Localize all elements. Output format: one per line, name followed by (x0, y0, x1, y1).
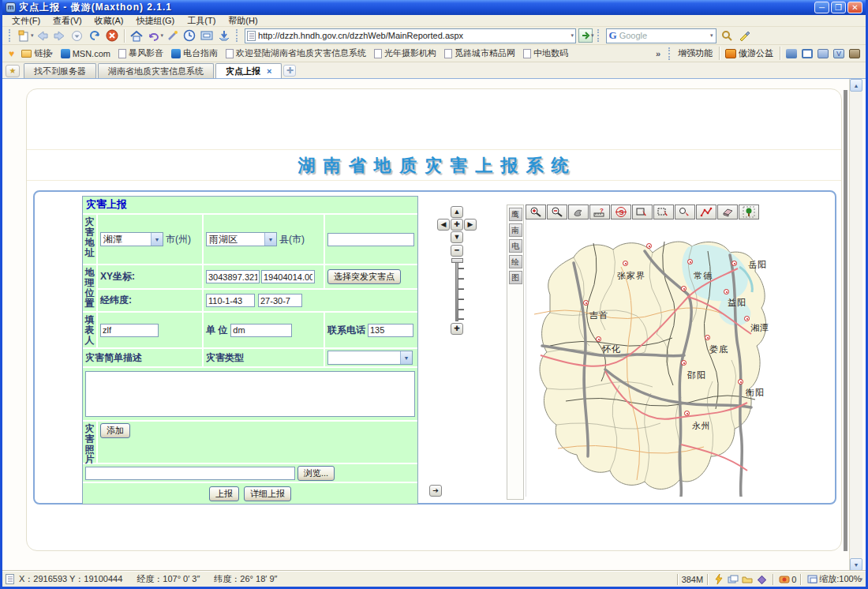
inner-frame-scrollbar[interactable] (844, 90, 847, 551)
menu-item[interactable]: 帮助(H) (225, 15, 267, 27)
new-tab-plus-icon[interactable]: ✚ (283, 65, 296, 77)
highlight-icon[interactable] (737, 28, 753, 43)
maximize-button[interactable]: ❐ (831, 2, 846, 13)
new-tab-caret-icon[interactable]: ▾ (31, 32, 34, 39)
zoom-caret-icon[interactable]: ▾ (859, 576, 862, 583)
pan-right-button[interactable]: ▶ (464, 219, 477, 231)
snap-camera-icon[interactable] (779, 575, 790, 584)
undo-caret-icon[interactable]: ▾ (161, 32, 164, 39)
menu-item[interactable]: 查看(V) (50, 15, 92, 27)
charity-heart-icon[interactable] (725, 49, 736, 58)
bookmark-item[interactable]: 电台指南 (171, 47, 218, 59)
menu-item[interactable]: 快捷组(G) (133, 15, 184, 27)
layers-icon[interactable]: 图 (509, 271, 522, 284)
pan-left-button[interactable]: ◀ (437, 219, 450, 231)
bookmark-item[interactable]: 光年摄影机构 (374, 47, 436, 59)
pan-center-button[interactable]: ✚ (451, 219, 463, 231)
overview-map-icon[interactable]: 鹰 (509, 208, 522, 221)
description-textarea[interactable] (85, 371, 415, 417)
resize-window-icon[interactable] (806, 575, 817, 584)
south-compass-icon[interactable]: 南 (509, 223, 522, 237)
menu-item[interactable]: 收藏(A) (92, 15, 133, 27)
menu-item[interactable]: 文件(F) (9, 15, 50, 27)
search-box[interactable]: G Google ▾ (606, 28, 716, 43)
pick-disaster-point-button[interactable]: 选择突发灾害点 (327, 269, 401, 284)
chevron-down-icon[interactable] (151, 233, 163, 246)
pan-up-button[interactable]: ▲ (451, 206, 463, 218)
browser-tab[interactable]: 湖南省地质灾害信息系统 (98, 63, 214, 78)
scroll-down-icon[interactable]: ▼ (850, 558, 862, 571)
eraser-icon[interactable] (717, 204, 738, 219)
longitude-input[interactable] (206, 294, 255, 307)
bookmark-item[interactable]: MSN.com (61, 49, 110, 58)
notes-panel-icon[interactable] (817, 49, 829, 58)
tab-close-icon[interactable] (267, 66, 271, 76)
add-photo-button[interactable]: 添加 (100, 423, 130, 438)
hunan-map[interactable]: 张家界常德岳阳益阳湘潭吉首怀化娄底邵阳衡阳永州 (526, 219, 769, 497)
bookmark-item[interactable]: 中地数码 (523, 47, 568, 59)
unit-input[interactable] (230, 324, 292, 337)
address-dropdown-icon[interactable]: ▾ (571, 32, 574, 39)
county-select[interactable]: 雨湖区 (206, 232, 277, 246)
stop-icon[interactable] (104, 28, 120, 43)
sidebar-panel-icon[interactable] (786, 49, 797, 58)
search-icon[interactable] (720, 28, 735, 43)
zoom-slider-handle[interactable] (451, 258, 463, 263)
y-coordinate-input[interactable] (261, 270, 315, 283)
reporter-name-input[interactable] (100, 324, 159, 337)
favorites-heart-icon[interactable]: ♥ (9, 48, 14, 59)
submit-button[interactable]: 上报 (209, 486, 239, 501)
window-panel-icon[interactable] (802, 49, 813, 58)
zoom-out-slider-button[interactable]: ━ (451, 245, 463, 257)
bookmarks-overflow[interactable]: » (656, 49, 660, 58)
full-extent-icon[interactable] (739, 204, 759, 219)
feed-pen-icon[interactable]: V (833, 49, 844, 58)
vertical-scrollbar[interactable]: ▲ ▼ (849, 79, 862, 571)
address-input[interactable] (258, 31, 572, 40)
zoom-out-icon[interactable] (547, 204, 567, 219)
home-icon[interactable] (129, 28, 144, 43)
zoom-level[interactable]: 缩放:100% (819, 573, 861, 585)
address-bar[interactable]: ▾ (245, 28, 576, 43)
city-select[interactable]: 湘潭 (100, 232, 163, 246)
browse-button[interactable]: 浏览... (297, 466, 335, 481)
magic-wand-icon[interactable] (164, 28, 180, 43)
zoom-in-slider-button[interactable]: ✚ (451, 323, 463, 335)
undo-icon[interactable] (146, 28, 162, 43)
back-icon[interactable] (35, 28, 51, 43)
download-icon[interactable] (216, 28, 232, 43)
bookmark-item[interactable]: 暴风影音 (118, 47, 163, 59)
latitude-input[interactable] (258, 294, 302, 307)
scale-icon[interactable]: S (611, 204, 631, 219)
photo-file-input[interactable] (85, 467, 295, 480)
forward-icon[interactable] (52, 28, 68, 43)
phone-report-icon[interactable]: 电 (509, 239, 522, 253)
charity-label[interactable]: 傲游公益 (739, 47, 773, 59)
refresh-icon[interactable] (87, 28, 103, 43)
select-rect-icon[interactable] (632, 204, 653, 219)
polyline-measure-icon[interactable] (696, 204, 716, 219)
bookmark-item[interactable]: 觅路城市精品网 (444, 47, 515, 59)
links-folder[interactable]: 链接▾ (21, 47, 53, 59)
site-building-icon[interactable] (849, 49, 860, 58)
boost-lightning-icon[interactable] (713, 575, 724, 584)
chevron-down-icon[interactable] (400, 351, 412, 364)
popup-windows-icon[interactable] (728, 575, 739, 584)
tab-list-star-icon[interactable]: ★ (6, 65, 20, 77)
bookmark-item[interactable]: 欢迎登陆湖南省地质灾害信息系统 (226, 47, 366, 59)
history-dropdown-icon[interactable] (69, 28, 85, 43)
browser-tab[interactable]: 灾点上报 (215, 63, 282, 78)
measure-icon[interactable]: ? (589, 204, 610, 219)
address-detail-input[interactable] (327, 233, 414, 246)
folder-arrow-icon[interactable] (742, 575, 753, 584)
legend-icon[interactable]: 绘 (509, 255, 522, 268)
pan-down-button[interactable]: ▼ (451, 231, 463, 243)
minimize-button[interactable]: ─ (814, 2, 829, 13)
expand-panel-button[interactable]: ➔ (429, 485, 442, 497)
history-clock-icon[interactable] (181, 28, 197, 43)
zoom-select-icon[interactable] (675, 204, 695, 219)
enhance-label[interactable]: 增强功能 (678, 47, 713, 59)
phone-input[interactable] (368, 324, 413, 337)
close-button[interactable]: ✕ (847, 2, 862, 13)
disaster-type-select[interactable] (327, 351, 413, 365)
